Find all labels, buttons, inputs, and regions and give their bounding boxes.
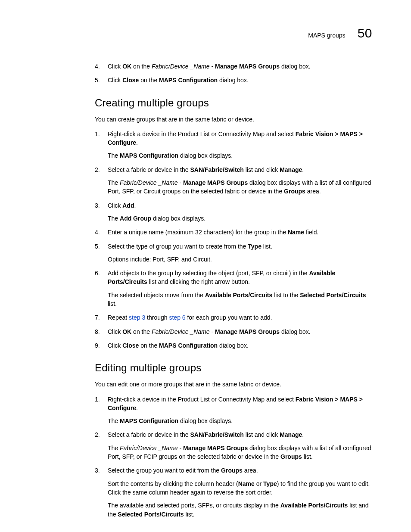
text-run: or [255, 480, 263, 487]
text-run: Fabric/Device _Name [152, 63, 210, 70]
text-run: Add objects to the group by selecting th… [108, 270, 309, 277]
step-number: 8. [95, 327, 100, 336]
text-run: OK [122, 63, 131, 70]
text-run: Type [248, 243, 262, 250]
text-run: - [210, 63, 215, 70]
text-run: Close [122, 77, 139, 84]
text-run: . [136, 404, 138, 411]
section1-steps-list: 1.Right-click a device in the Product Li… [95, 130, 372, 350]
step-followup: The MAPS Configuration dialog box displa… [108, 417, 372, 425]
text-run: Click [108, 202, 122, 209]
step-number: 5. [95, 76, 100, 84]
list-item: 2.Select a fabric or device in the SAN/F… [95, 430, 372, 461]
list-item: 4.Enter a unique name (maximum 32 charac… [95, 228, 372, 236]
list-item: 6.Add objects to the group by selecting … [95, 269, 372, 308]
step-followup: The Add Group dialog box displays. [108, 214, 372, 223]
step-text: Right-click a device in the Product List… [108, 130, 372, 147]
text-run: list. [262, 243, 272, 250]
text-run: through [145, 314, 169, 321]
text-run: Click [108, 342, 122, 349]
list-item: 8.Click OK on the Fabric/Device _Name - … [95, 327, 372, 336]
step-number: 2. [95, 430, 100, 439]
section-intro: You can edit one or more groups that are… [95, 380, 372, 389]
text-run: dialog box. [280, 328, 311, 335]
top-steps-list: 4.Click OK on the Fabric/Device _Name - … [95, 62, 372, 85]
step-text: Enter a unique name (maximum 32 characte… [108, 228, 372, 236]
list-item: 1.Right-click a device in the Product Li… [95, 130, 372, 160]
step-followup: The selected objects move from the Avail… [108, 291, 372, 308]
text-run: The selected objects move from the [108, 292, 205, 299]
text-run: area. [305, 188, 321, 195]
text-run: Type [263, 480, 277, 487]
section2-steps-list: 1.Right-click a device in the Product Li… [95, 395, 372, 519]
step-number: 1. [95, 130, 100, 138]
step-text: Select the group you want to edit from t… [108, 466, 372, 475]
text-run: list. [184, 511, 195, 518]
step-text: Select the type of group you want to cre… [108, 242, 372, 251]
header-page-number: 50 [358, 26, 372, 40]
step-number: 2. [95, 165, 100, 174]
list-item: 3.Select the group you want to edit from… [95, 466, 372, 518]
step-number: 6. [95, 269, 100, 277]
step-followup: The MAPS Configuration dialog box displa… [108, 151, 372, 160]
list-item: 5.Click Close on the MAPS Configuration … [95, 76, 372, 84]
text-run: . [302, 431, 304, 438]
text-run: Manage MAPS Groups [215, 328, 280, 335]
step-text: Select a fabric or device in the SAN/Fab… [108, 165, 372, 174]
text-run: list to the [272, 292, 300, 299]
text-run: Groups [221, 467, 243, 474]
text-run: field. [304, 229, 318, 236]
section-heading-editing: Editing multiple groups [95, 362, 372, 374]
text-run: dialog box displays. [178, 152, 233, 159]
text-run: Selected Ports/Circuits [118, 511, 184, 518]
text-run: list. [302, 453, 313, 460]
text-run: dialog box displays. [178, 417, 233, 424]
step-followup: The available and selected ports, SFPs, … [108, 501, 372, 519]
step-followup: Sort the contents by clicking the column… [108, 479, 372, 497]
step-text: Click OK on the Fabric/Device _Name - Ma… [108, 62, 372, 71]
text-run: dialog box. [218, 342, 249, 349]
text-run: for each group you want to add. [186, 314, 272, 321]
text-run: Repeat [108, 314, 129, 321]
section-heading-creating: Creating multiple groups [95, 97, 372, 109]
text-run: SAN/Fabric/Switch [190, 166, 243, 173]
step-number: 3. [95, 201, 100, 210]
text-run: on the [131, 63, 152, 70]
text-run: - [178, 179, 183, 186]
text-run: Groups [280, 453, 302, 460]
text-run: The [108, 417, 120, 424]
text-run: list and click [244, 166, 280, 173]
step-text: Select a fabric or device in the SAN/Fab… [108, 430, 372, 439]
text-run: Fabric/Device _Name [120, 445, 178, 451]
text-run: . [136, 139, 138, 146]
header-section-label: MAPS groups [308, 32, 345, 39]
step-number: 3. [95, 466, 100, 475]
text-run: Available Ports/Circuits [280, 502, 348, 509]
text-run: Click [108, 63, 122, 70]
step-number: 7. [95, 313, 100, 322]
text-run: The [108, 215, 120, 222]
text-run: Fabric/Device _Name [120, 179, 178, 186]
text-run: on the [139, 342, 159, 349]
list-item: 1.Right-click a device in the Product Li… [95, 395, 372, 426]
text-run: dialog box. [280, 63, 311, 70]
step-number: 5. [95, 242, 100, 251]
text-run: Add [122, 202, 134, 209]
step-text: Add objects to the group by selecting th… [108, 269, 372, 286]
text-run: on the [139, 77, 159, 84]
text-run: Close [122, 342, 139, 349]
step-text: Right-click a device in the Product List… [108, 395, 372, 413]
step-number: 4. [95, 62, 100, 71]
text-run: The [108, 152, 120, 159]
text-run: MAPS Configuration [159, 77, 218, 84]
text-run: . [302, 166, 304, 173]
step-text: Click Add. [108, 201, 372, 210]
text-run[interactable]: step 3 [129, 314, 145, 321]
text-run: OK [122, 328, 131, 335]
text-run: MAPS Configuration [159, 342, 218, 349]
text-run[interactable]: step 6 [169, 314, 185, 321]
text-run: The available and selected ports, SFPs, … [108, 502, 280, 509]
text-run: Select the type of group you want to cre… [108, 243, 248, 250]
text-run: Click [108, 77, 122, 84]
text-run: Fabric/Device _Name [152, 328, 210, 335]
